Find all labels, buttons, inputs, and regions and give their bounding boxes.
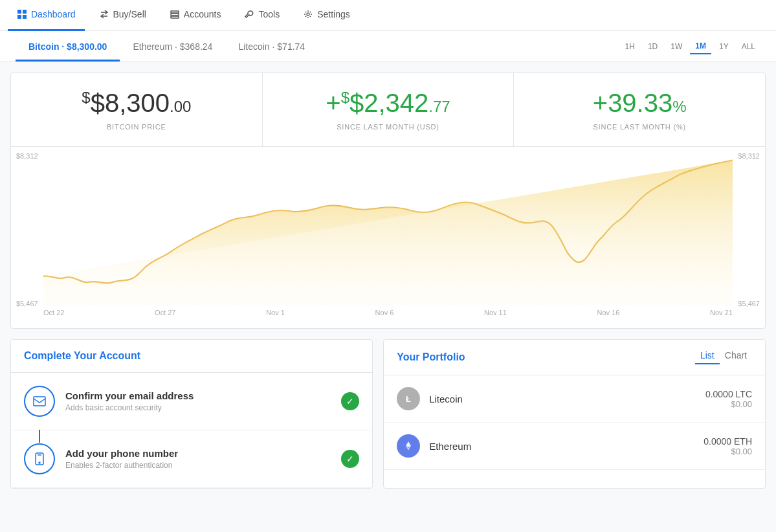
svg-rect-8 bbox=[34, 397, 45, 406]
layers-icon bbox=[170, 9, 180, 19]
account-panel-header: Complete Your Account bbox=[11, 340, 372, 373]
email-step-desc: Adds basic account security bbox=[65, 403, 331, 412]
price-tab-list: Bitcoin · $8,300.00 Ethereum · $368.24 L… bbox=[16, 31, 318, 61]
pct-change-value: +39.33% bbox=[527, 89, 752, 118]
eth-balance: 0.0000 ETH $0.00 bbox=[704, 436, 752, 456]
time-btn-1w[interactable]: 1W bbox=[665, 39, 687, 54]
stat-usd-change: +$$2,342.77 SINCE LAST MONTH (USD) bbox=[263, 73, 515, 146]
price-tabs-bar: Bitcoin · $8,300.00 Ethereum · $368.24 L… bbox=[0, 31, 776, 62]
email-step-title: Confirm your email address bbox=[65, 390, 331, 401]
svg-text:Ł: Ł bbox=[406, 394, 411, 404]
wrench-icon bbox=[244, 9, 254, 19]
portfolio-item-eth: Ethereum 0.0000 ETH $0.00 bbox=[384, 423, 765, 470]
ltc-balance: 0.0000 LTC $0.00 bbox=[705, 389, 752, 409]
grid-icon bbox=[17, 9, 27, 19]
phone-step-title: Add your phone number bbox=[65, 448, 331, 459]
time-btn-1h[interactable]: 1H bbox=[620, 39, 640, 54]
ltc-icon: Ł bbox=[397, 387, 420, 410]
portfolio-list-view-btn[interactable]: List bbox=[695, 350, 720, 364]
chart-section: $$8,300.00 BITCOIN PRICE +$$2,342.77 SIN… bbox=[10, 72, 766, 329]
price-tab-ethereum[interactable]: Ethereum · $368.24 bbox=[120, 31, 225, 61]
ltc-name: Litecoin bbox=[429, 393, 696, 405]
step-phone: Add your phone number Enables 2-factor a… bbox=[11, 430, 372, 488]
svg-point-7 bbox=[307, 13, 309, 16]
time-btn-1m[interactable]: 1M bbox=[690, 39, 711, 54]
account-completion-panel: Complete Your Account Confirm your email… bbox=[10, 339, 373, 489]
portfolio-chart-view-btn[interactable]: Chart bbox=[720, 350, 752, 364]
portfolio-panel: Your Portfolio List Chart Ł Litecoin 0.0… bbox=[383, 339, 766, 489]
ltc-amount: 0.0000 LTC bbox=[705, 389, 752, 399]
price-chart-container: $8,312 $5,467 $8,312 $5,467 Oct 22 bbox=[11, 147, 765, 328]
nav-accounts[interactable]: Accounts bbox=[161, 0, 230, 31]
stat-pct-change: +39.33% SINCE LAST MONTH (%) bbox=[514, 73, 765, 146]
portfolio-item-ltc: Ł Litecoin 0.0000 LTC $0.00 bbox=[384, 375, 765, 423]
email-step-icon bbox=[24, 386, 55, 417]
portfolio-view-toggle: List Chart bbox=[695, 350, 752, 364]
chart-x-labels: Oct 22 Oct 27 Nov 1 Nov 6 Nov 11 Nov 16 … bbox=[11, 306, 765, 316]
time-btn-1y[interactable]: 1Y bbox=[714, 39, 734, 54]
usd-change-label: SINCE LAST MONTH (USD) bbox=[276, 123, 501, 131]
eth-name: Ethereum bbox=[429, 441, 694, 452]
price-tab-litecoin[interactable]: Litecoin · $71.74 bbox=[225, 31, 318, 61]
main-nav: Dashboard Buy/Sell Accounts Tools Settin… bbox=[0, 0, 776, 31]
gear-icon bbox=[303, 9, 313, 19]
portfolio-panel-title: Your Portfolio bbox=[397, 351, 465, 363]
nav-tools[interactable]: Tools bbox=[235, 0, 289, 31]
svg-rect-6 bbox=[171, 16, 179, 18]
stats-row: $$8,300.00 BITCOIN PRICE +$$2,342.77 SIN… bbox=[11, 73, 765, 147]
svg-rect-3 bbox=[23, 15, 27, 19]
nav-buysell[interactable]: Buy/Sell bbox=[90, 0, 155, 31]
email-step-check: ✓ bbox=[341, 392, 359, 410]
svg-rect-0 bbox=[17, 10, 21, 14]
svg-rect-1 bbox=[23, 10, 27, 14]
svg-rect-5 bbox=[171, 14, 179, 16]
phone-step-icon bbox=[24, 443, 55, 474]
portfolio-panel-header: Your Portfolio List Chart bbox=[384, 340, 765, 375]
svg-rect-2 bbox=[17, 15, 21, 19]
time-filter-group: 1H 1D 1W 1M 1Y ALL bbox=[620, 39, 760, 54]
svg-point-10 bbox=[39, 462, 40, 463]
phone-step-content: Add your phone number Enables 2-factor a… bbox=[65, 448, 331, 470]
svg-rect-4 bbox=[171, 11, 179, 13]
stat-price: $$8,300.00 BITCOIN PRICE bbox=[11, 73, 263, 146]
eth-amount: 0.0000 ETH bbox=[704, 436, 752, 447]
phone-step-check: ✓ bbox=[341, 450, 359, 468]
email-step-content: Confirm your email address Adds basic ac… bbox=[65, 390, 331, 412]
ltc-usd: $0.00 bbox=[705, 399, 752, 409]
account-panel-title: Complete Your Account bbox=[24, 350, 140, 362]
chart-y-labels-right: $8,312 $5,467 bbox=[738, 152, 760, 307]
bitcoin-price-value: $$8,300.00 bbox=[24, 89, 249, 118]
pct-change-label: SINCE LAST MONTH (%) bbox=[527, 123, 752, 131]
bottom-panels: Complete Your Account Confirm your email… bbox=[10, 339, 766, 489]
usd-change-value: +$$2,342.77 bbox=[276, 89, 501, 118]
arrows-icon bbox=[99, 9, 109, 19]
price-label: BITCOIN PRICE bbox=[24, 123, 249, 131]
phone-step-desc: Enables 2-factor authentication bbox=[65, 461, 331, 470]
price-tab-bitcoin[interactable]: Bitcoin · $8,300.00 bbox=[16, 31, 120, 61]
step-email: Confirm your email address Adds basic ac… bbox=[11, 373, 372, 430]
step-connector-line bbox=[39, 430, 40, 443]
chart-svg-area bbox=[43, 157, 733, 306]
time-btn-1d[interactable]: 1D bbox=[643, 39, 663, 54]
time-btn-all[interactable]: ALL bbox=[737, 39, 760, 54]
price-chart-svg bbox=[43, 157, 733, 306]
nav-dashboard[interactable]: Dashboard bbox=[8, 0, 85, 31]
eth-usd: $0.00 bbox=[704, 447, 752, 456]
nav-settings[interactable]: Settings bbox=[294, 0, 359, 31]
eth-icon bbox=[397, 434, 420, 458]
chart-y-labels-left: $8,312 $5,467 bbox=[16, 152, 38, 307]
